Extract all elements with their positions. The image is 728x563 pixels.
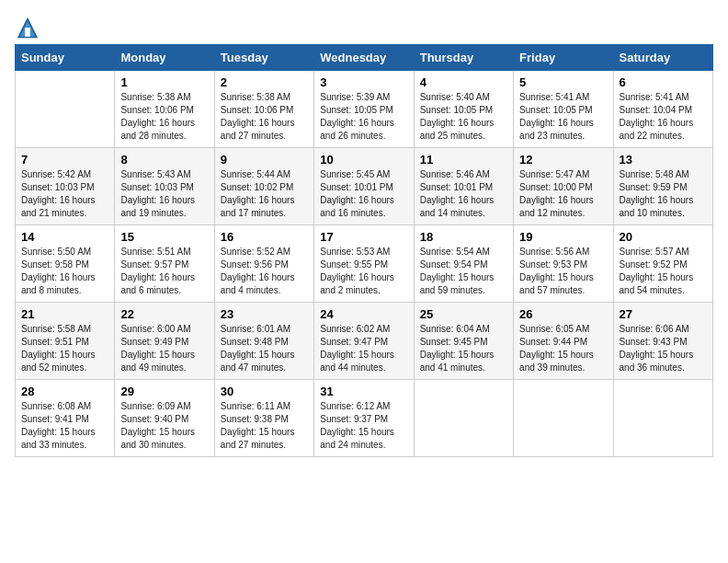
day-number: 16 [221,230,308,244]
calendar-week-row: 21Sunrise: 5:58 AM Sunset: 9:51 PM Dayli… [16,303,713,380]
calendar-header-friday: Friday [514,45,613,71]
day-info: Sunrise: 5:38 AM Sunset: 10:06 PM Daylig… [221,91,308,143]
day-number: 31 [320,385,407,398]
calendar-cell: 5Sunrise: 5:41 AM Sunset: 10:05 PM Dayli… [514,71,613,148]
logo [15,15,42,40]
day-number: 19 [519,230,607,244]
day-info: Sunrise: 5:41 AM Sunset: 10:04 PM Daylig… [620,91,707,143]
calendar-header-wednesday: Wednesday [314,45,414,71]
day-info: Sunrise: 5:46 AM Sunset: 10:01 PM Daylig… [420,168,507,220]
calendar-cell: 23Sunrise: 6:01 AM Sunset: 9:48 PM Dayli… [214,303,313,380]
calendar-header-monday: Monday [115,45,214,71]
day-info: Sunrise: 5:51 AM Sunset: 9:57 PM Dayligh… [120,246,208,297]
day-number: 2 [221,75,308,89]
calendar-table: SundayMondayTuesdayWednesdayThursdayFrid… [15,44,713,457]
day-number: 26 [519,307,607,321]
day-info: Sunrise: 5:48 AM Sunset: 9:59 PM Dayligh… [620,168,707,220]
calendar-cell: 8Sunrise: 5:43 AM Sunset: 10:03 PM Dayli… [115,148,214,225]
calendar-cell: 11Sunrise: 5:46 AM Sunset: 10:01 PM Dayl… [414,148,513,225]
calendar-cell: 31Sunrise: 6:12 AM Sunset: 9:37 PM Dayli… [314,380,414,457]
calendar-cell: 28Sunrise: 6:08 AM Sunset: 9:41 PM Dayli… [16,380,115,457]
day-info: Sunrise: 6:04 AM Sunset: 9:45 PM Dayligh… [420,323,507,374]
calendar-header-row: SundayMondayTuesdayWednesdayThursdayFrid… [16,45,713,71]
calendar-week-row: 1Sunrise: 5:38 AM Sunset: 10:06 PM Dayli… [16,71,713,148]
day-info: Sunrise: 6:09 AM Sunset: 9:40 PM Dayligh… [120,400,208,452]
day-info: Sunrise: 5:50 AM Sunset: 9:58 PM Dayligh… [21,246,108,297]
main-container: SundayMondayTuesdayWednesdayThursdayFrid… [0,0,728,465]
day-info: Sunrise: 6:06 AM Sunset: 9:43 PM Dayligh… [620,323,707,374]
day-info: Sunrise: 5:52 AM Sunset: 9:56 PM Dayligh… [221,246,308,297]
calendar-cell: 14Sunrise: 5:50 AM Sunset: 9:58 PM Dayli… [16,225,115,303]
calendar-header-sunday: Sunday [16,45,115,71]
header [15,15,713,40]
day-info: Sunrise: 5:57 AM Sunset: 9:52 PM Dayligh… [620,246,707,297]
calendar-cell: 13Sunrise: 5:48 AM Sunset: 9:59 PM Dayli… [613,148,712,225]
logo-icon [15,15,40,40]
calendar-cell: 18Sunrise: 5:54 AM Sunset: 9:54 PM Dayli… [414,225,513,303]
day-number: 24 [320,307,407,321]
day-number: 25 [420,307,507,321]
day-number: 10 [320,153,407,167]
day-number: 6 [620,75,707,89]
day-number: 5 [519,75,607,89]
calendar-cell: 6Sunrise: 5:41 AM Sunset: 10:04 PM Dayli… [613,71,712,148]
calendar-cell: 2Sunrise: 5:38 AM Sunset: 10:06 PM Dayli… [214,71,313,148]
calendar-week-row: 28Sunrise: 6:08 AM Sunset: 9:41 PM Dayli… [16,380,713,457]
day-info: Sunrise: 5:42 AM Sunset: 10:03 PM Daylig… [21,168,108,220]
calendar-cell: 9Sunrise: 5:44 AM Sunset: 10:02 PM Dayli… [214,148,313,225]
calendar-cell: 17Sunrise: 5:53 AM Sunset: 9:55 PM Dayli… [314,225,414,303]
day-info: Sunrise: 6:05 AM Sunset: 9:44 PM Dayligh… [519,323,607,374]
day-info: Sunrise: 5:45 AM Sunset: 10:01 PM Daylig… [320,168,407,220]
day-info: Sunrise: 5:58 AM Sunset: 9:51 PM Dayligh… [21,323,108,374]
day-number: 28 [21,385,108,398]
calendar-cell [16,71,115,148]
calendar-cell: 20Sunrise: 5:57 AM Sunset: 9:52 PM Dayli… [613,225,712,303]
day-number: 11 [420,153,507,167]
calendar-cell: 12Sunrise: 5:47 AM Sunset: 10:00 PM Dayl… [514,148,613,225]
calendar-week-row: 7Sunrise: 5:42 AM Sunset: 10:03 PM Dayli… [16,148,713,225]
day-number: 12 [519,153,607,167]
day-number: 22 [120,307,208,321]
calendar-cell: 1Sunrise: 5:38 AM Sunset: 10:06 PM Dayli… [115,71,214,148]
calendar-cell: 21Sunrise: 5:58 AM Sunset: 9:51 PM Dayli… [16,303,115,380]
calendar-cell: 15Sunrise: 5:51 AM Sunset: 9:57 PM Dayli… [115,225,214,303]
day-info: Sunrise: 6:11 AM Sunset: 9:38 PM Dayligh… [221,400,308,452]
calendar-cell [514,380,613,457]
day-info: Sunrise: 6:08 AM Sunset: 9:41 PM Dayligh… [21,400,108,452]
day-info: Sunrise: 5:44 AM Sunset: 10:02 PM Daylig… [221,168,308,220]
calendar-cell: 29Sunrise: 6:09 AM Sunset: 9:40 PM Dayli… [115,380,214,457]
day-number: 17 [320,230,407,244]
day-number: 4 [420,75,507,89]
day-number: 9 [221,153,308,167]
calendar-cell [414,380,513,457]
calendar-header-saturday: Saturday [613,45,712,71]
day-info: Sunrise: 5:43 AM Sunset: 10:03 PM Daylig… [120,168,208,220]
day-info: Sunrise: 6:00 AM Sunset: 9:49 PM Dayligh… [120,323,208,374]
day-number: 7 [21,153,108,167]
calendar-header-tuesday: Tuesday [214,45,313,71]
day-number: 13 [620,153,707,167]
day-number: 20 [620,230,707,244]
calendar-cell: 3Sunrise: 5:39 AM Sunset: 10:05 PM Dayli… [314,71,414,148]
calendar-cell: 4Sunrise: 5:40 AM Sunset: 10:05 PM Dayli… [414,71,513,148]
day-info: Sunrise: 5:39 AM Sunset: 10:05 PM Daylig… [320,91,407,143]
day-info: Sunrise: 5:56 AM Sunset: 9:53 PM Dayligh… [519,246,607,297]
day-number: 8 [120,153,208,167]
calendar-cell: 27Sunrise: 6:06 AM Sunset: 9:43 PM Dayli… [613,303,712,380]
calendar-cell: 16Sunrise: 5:52 AM Sunset: 9:56 PM Dayli… [214,225,313,303]
calendar-cell: 22Sunrise: 6:00 AM Sunset: 9:49 PM Dayli… [115,303,214,380]
day-number: 3 [320,75,407,89]
svg-rect-2 [25,28,30,37]
calendar-cell: 7Sunrise: 5:42 AM Sunset: 10:03 PM Dayli… [16,148,115,225]
day-info: Sunrise: 5:47 AM Sunset: 10:00 PM Daylig… [519,168,607,220]
calendar-week-row: 14Sunrise: 5:50 AM Sunset: 9:58 PM Dayli… [16,225,713,303]
day-info: Sunrise: 6:01 AM Sunset: 9:48 PM Dayligh… [221,323,308,374]
calendar-cell [613,380,712,457]
day-number: 27 [620,307,707,321]
calendar-header-thursday: Thursday [414,45,513,71]
calendar-cell: 26Sunrise: 6:05 AM Sunset: 9:44 PM Dayli… [514,303,613,380]
day-info: Sunrise: 5:54 AM Sunset: 9:54 PM Dayligh… [420,246,507,297]
day-number: 21 [21,307,108,321]
day-number: 29 [120,385,208,398]
day-number: 23 [221,307,308,321]
